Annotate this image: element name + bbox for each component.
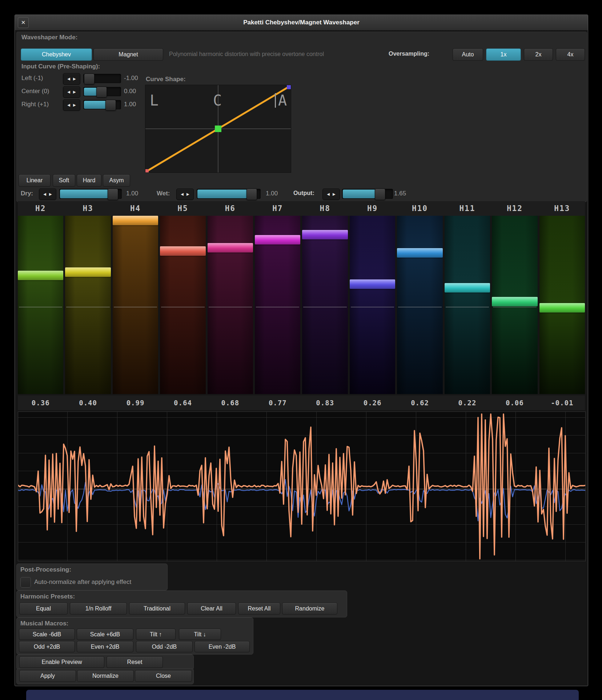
mix-slider-wet-handle[interactable]	[246, 188, 257, 200]
reset-all-button[interactable]: Reset All	[238, 602, 280, 615]
harmonic-slider-h3[interactable]	[65, 216, 111, 394]
harmonic-value-h7: 0.77	[255, 395, 300, 410]
harmonic-slider-h4[interactable]	[113, 216, 158, 394]
reset-button[interactable]: Reset	[107, 656, 163, 668]
stepper-left-icon[interactable]: ◀	[327, 192, 330, 196]
1-n-rolloff-button[interactable]: 1/n Rolloff	[70, 602, 127, 615]
harmonic-handle-h7[interactable]	[255, 235, 300, 244]
curve-row-stepper-right-1[interactable]: ◀▶	[63, 99, 80, 111]
traditional-button[interactable]: Traditional	[129, 602, 185, 615]
stepper-left-icon[interactable]: ◀	[67, 90, 70, 94]
scale-6db-button[interactable]: Scale -6dB	[19, 629, 75, 640]
shape-hard-button[interactable]: Hard	[77, 174, 101, 187]
curve-row-value-right-1: 1.00	[124, 101, 136, 108]
harmonic-handle-h4[interactable]	[113, 216, 158, 225]
harmonic-header-h7: H7	[255, 201, 300, 216]
harmonic-slider-h8[interactable]	[302, 216, 348, 394]
harmonic-value-h8: 0.83	[302, 395, 348, 410]
harmonic-sliders	[18, 216, 585, 394]
harmonic-slider-h11[interactable]	[445, 216, 490, 394]
stepper-right-icon[interactable]: ▶	[186, 192, 189, 196]
harmonic-handle-h9[interactable]	[350, 279, 395, 289]
curve-marker-center[interactable]	[215, 126, 221, 132]
oversampling-2x-button[interactable]: 2x	[524, 48, 553, 61]
apply-button[interactable]: Apply	[19, 670, 76, 682]
stepper-left-icon[interactable]: ◀	[67, 77, 70, 81]
stepper-left-icon[interactable]: ◀	[181, 192, 184, 196]
equal-button[interactable]: Equal	[19, 602, 68, 615]
mix-slider-dry[interactable]	[59, 189, 122, 199]
harmonic-handle-h3[interactable]	[65, 267, 111, 277]
harmonic-slider-h6[interactable]	[208, 216, 253, 394]
harmonic-handle-h11[interactable]	[445, 283, 490, 293]
mix-stepper-output[interactable]: ◀▶	[322, 188, 340, 200]
curve-row-slider-right-1-handle[interactable]	[105, 100, 116, 111]
mode-chebyshev-button[interactable]: Chebyshev	[21, 48, 92, 61]
curve-marker-end[interactable]	[287, 85, 291, 89]
harmonic-handle-h2[interactable]	[18, 271, 63, 280]
close-button[interactable]: ✕	[18, 17, 29, 28]
harmonic-zero-line	[351, 307, 394, 307]
tilt-button[interactable]: Tilt ↑	[136, 629, 176, 640]
harmonic-handle-h5[interactable]	[160, 246, 205, 256]
harmonic-slider-h2[interactable]	[18, 216, 63, 394]
oversampling-4x-button[interactable]: 4x	[556, 48, 585, 61]
window-title: Paketti Chebyshev/Magnet Waveshaper	[15, 15, 588, 30]
musical-macros-panel: Musical Macros: Scale -6dBScale +6dBTilt…	[16, 617, 253, 655]
harmonic-handle-h12[interactable]	[492, 297, 537, 306]
shape-asym-button[interactable]: Asym	[103, 174, 130, 187]
shape-soft-button[interactable]: Soft	[53, 174, 75, 187]
harmonic-slider-h9[interactable]	[350, 216, 395, 394]
mode-magnet-button[interactable]: Magnet	[93, 48, 163, 61]
auto-normalize-label: Auto-normalize after applying effect	[34, 578, 131, 586]
odd-2db-button[interactable]: Odd +2dB	[19, 641, 75, 652]
harmonic-handle-h10[interactable]	[397, 248, 442, 258]
oversampling-1x-button[interactable]: 1x	[486, 48, 521, 61]
mix-slider-dry-handle[interactable]	[108, 188, 118, 200]
normalize-button[interactable]: Normalize	[77, 670, 134, 682]
mix-slider-output[interactable]	[342, 189, 393, 199]
curve-row-label-center-0: Center (0)	[21, 88, 49, 95]
randomize-button[interactable]: Randomize	[282, 602, 337, 615]
harmonic-slider-h10[interactable]	[397, 216, 442, 394]
harmonic-handle-h8[interactable]	[302, 230, 348, 239]
tilt-button[interactable]: Tilt ↓	[179, 629, 221, 640]
stepper-right-icon[interactable]: ▶	[333, 192, 336, 196]
curve-marker-start[interactable]	[145, 169, 149, 172]
harmonic-value-h2: 0.36	[18, 395, 63, 410]
stepper-right-icon[interactable]: ▶	[73, 77, 76, 81]
harmonic-slider-h7[interactable]	[255, 216, 300, 394]
curve-row-slider-center-0-handle[interactable]	[96, 87, 107, 98]
odd-2db-button[interactable]: Odd -2dB	[136, 641, 193, 652]
even-2db-button[interactable]: Even -2dB	[194, 641, 250, 652]
mix-stepper-dry[interactable]: ◀▶	[39, 188, 56, 200]
curve-row-slider-center-0[interactable]	[83, 87, 121, 96]
enable-preview-button[interactable]: Enable Preview	[19, 656, 104, 668]
clear-all-button[interactable]: Clear All	[187, 602, 236, 615]
curve-row-stepper-center-0[interactable]: ◀▶	[63, 86, 80, 98]
harmonic-handle-h13[interactable]	[539, 303, 585, 313]
even-2db-button[interactable]: Even +2dB	[77, 641, 133, 652]
mix-stepper-wet[interactable]: ◀▶	[176, 188, 194, 200]
harmonic-slider-h5[interactable]	[160, 216, 205, 394]
harmonic-slider-h12[interactable]	[492, 216, 537, 394]
close-button[interactable]: Close	[135, 670, 192, 682]
curve-row-slider-left-1-handle[interactable]	[84, 73, 95, 84]
stepper-left-icon[interactable]: ◀	[43, 192, 46, 196]
oversampling-auto-button[interactable]: Auto	[453, 48, 483, 61]
stepper-right-icon[interactable]: ▶	[73, 90, 76, 94]
stepper-right-icon[interactable]: ▶	[73, 103, 76, 107]
mix-slider-wet[interactable]	[197, 189, 261, 199]
harmonic-slider-h13[interactable]	[539, 216, 585, 394]
shape-linear-button[interactable]: Linear	[19, 174, 51, 187]
scale-6db-button[interactable]: Scale +6dB	[77, 629, 133, 640]
curve-row-slider-left-1[interactable]	[83, 74, 121, 83]
stepper-left-icon[interactable]: ◀	[67, 103, 70, 107]
harmonic-handle-h6[interactable]	[208, 243, 253, 252]
mix-slider-output-handle[interactable]	[375, 188, 385, 200]
curve-row-slider-right-1[interactable]	[83, 100, 121, 110]
stepper-right-icon[interactable]: ▶	[49, 192, 52, 196]
curve-shape-editor[interactable]: L C A	[145, 85, 291, 173]
auto-normalize-checkbox[interactable]	[20, 577, 31, 588]
curve-row-stepper-left-1[interactable]: ◀▶	[63, 73, 80, 85]
